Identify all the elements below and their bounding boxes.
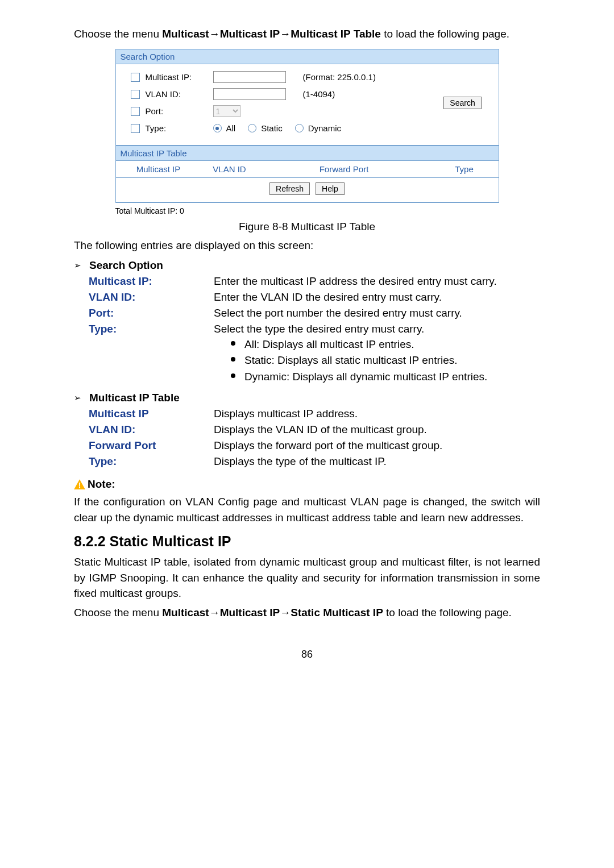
port-checkbox[interactable]	[131, 107, 140, 116]
term-vlan-id: VLAN ID:	[89, 291, 214, 304]
port-label: Port:	[146, 106, 164, 116]
multicast-ip-input[interactable]	[213, 71, 286, 83]
intro2-path-2: Multicast IP	[220, 607, 280, 618]
intro2-suffix: to load the following page.	[383, 607, 512, 618]
intro-path-2: Multicast IP	[220, 28, 280, 40]
desc-mt-vlan-id: Displays the VLAN ID of the multicast gr…	[214, 423, 540, 436]
search-button[interactable]: Search	[443, 97, 481, 109]
type-all-label: All	[226, 123, 236, 133]
type-label: Type:	[146, 123, 167, 133]
refresh-button[interactable]: Refresh	[269, 182, 310, 195]
type-bullet-static: Static: Displays all static multicast IP…	[231, 352, 540, 369]
note-text: If the configuration on VLAN Config page…	[74, 494, 540, 525]
list-arrow-icon: ➢	[74, 260, 81, 271]
term-type: Type:	[89, 323, 214, 387]
type-checkbox[interactable]	[131, 124, 140, 133]
figure-screenshot: Search Option Multicast IP: (Format: 225…	[74, 49, 540, 235]
section-number: 8.2.2	[74, 533, 110, 549]
help-button[interactable]: Help	[316, 182, 345, 195]
intro2-path-1: Multicast	[162, 607, 209, 618]
intro-suffix: to load the following page.	[381, 28, 509, 40]
intro-prefix: Choose the menu	[74, 28, 162, 40]
type-bullet-dynamic: Dynamic: Displays all dynamic multicast …	[231, 369, 540, 385]
desc-mt-multicast-ip: Displays multicast IP address.	[214, 408, 540, 420]
intro-path-1: Multicast	[162, 28, 209, 40]
term-mt-forward-port: Forward Port	[89, 439, 214, 452]
type-dynamic-radio[interactable]	[295, 124, 304, 132]
type-bullet-all: All: Displays all multicast IP entries.	[231, 337, 540, 353]
figure-header-multicast-table: Multicast IP Table	[115, 146, 499, 161]
term-mt-type: Type:	[89, 455, 214, 468]
type-static-radio[interactable]	[248, 124, 256, 132]
th-vlan-id: VLAN ID	[201, 164, 258, 174]
type-dynamic-label: Dynamic	[308, 123, 341, 133]
vlan-id-checkbox[interactable]	[131, 90, 140, 99]
term-mt-multicast-ip: Multicast IP	[89, 408, 214, 420]
figure-header-search-option: Search Option	[115, 49, 499, 64]
desc-mt-forward-port: Displays the forward port of the multica…	[214, 439, 540, 452]
note-label: Note:	[88, 478, 115, 491]
total-multicast-ip: Total Multicast IP: 0	[115, 203, 499, 215]
term-mt-vlan-id: VLAN ID:	[89, 423, 214, 436]
desc-mt-type: Displays the type of the multicast IP.	[214, 455, 540, 468]
warning-icon: !	[74, 479, 85, 489]
intro2-line: Choose the menu Multicast→Multicast IP→S…	[74, 605, 540, 621]
intro2-prefix: Choose the menu	[74, 607, 162, 618]
th-type: Type	[430, 164, 499, 174]
multicast-ip-checkbox[interactable]	[131, 73, 140, 82]
vlan-id-format: (1-4094)	[303, 89, 335, 99]
table-header-row: Multicast IP VLAN ID Forward Port Type	[116, 161, 499, 178]
list-arrow-icon: ➢	[74, 393, 81, 403]
term-port: Port:	[89, 307, 214, 319]
intro-arrow-1: →	[209, 28, 220, 40]
intro2-arrow-1: →	[209, 607, 220, 618]
intro-line: Choose the menu Multicast→Multicast IP→M…	[74, 26, 540, 42]
desc-multicast-ip: Enter the multicast IP address the desir…	[214, 275, 540, 288]
page-number: 86	[74, 649, 540, 661]
figure-caption: Figure 8-8 Multicast IP Table	[74, 219, 540, 235]
type-static-label: Static	[261, 123, 283, 133]
th-multicast-ip: Multicast IP	[116, 164, 201, 174]
desc-vlan-id: Enter the VLAN ID the desired entry must…	[214, 291, 540, 304]
vlan-id-input[interactable]	[213, 88, 286, 100]
multicast-ip-format: (Format: 225.0.0.1)	[303, 72, 376, 82]
port-select[interactable]: 1	[213, 105, 240, 117]
desc-type: Select the type the desired entry must c…	[214, 323, 540, 335]
static-multicast-paragraph: Static Multicast IP table, isolated from…	[74, 554, 540, 601]
intro-path-3: Multicast IP Table	[291, 28, 381, 40]
section-heading: 8.2.2 Static Multicast IP	[74, 533, 540, 550]
intro2-path-3: Static Multicast IP	[291, 607, 383, 618]
th-forward-port: Forward Port	[258, 164, 430, 174]
desc-port: Select the port number the desired entry…	[214, 307, 540, 319]
vlan-id-label: VLAN ID:	[146, 89, 181, 99]
search-option-heading: Search Option	[89, 259, 163, 272]
term-multicast-ip: Multicast IP:	[89, 275, 214, 288]
intro-arrow-2: →	[280, 28, 291, 40]
multicast-table-heading: Multicast IP Table	[89, 392, 180, 404]
section-title: Static Multicast IP	[110, 533, 231, 549]
entries-intro: The following entries are displayed on t…	[74, 238, 540, 254]
intro2-arrow-2: →	[280, 607, 291, 618]
type-all-radio[interactable]	[213, 124, 222, 132]
multicast-ip-label: Multicast IP:	[146, 72, 192, 82]
